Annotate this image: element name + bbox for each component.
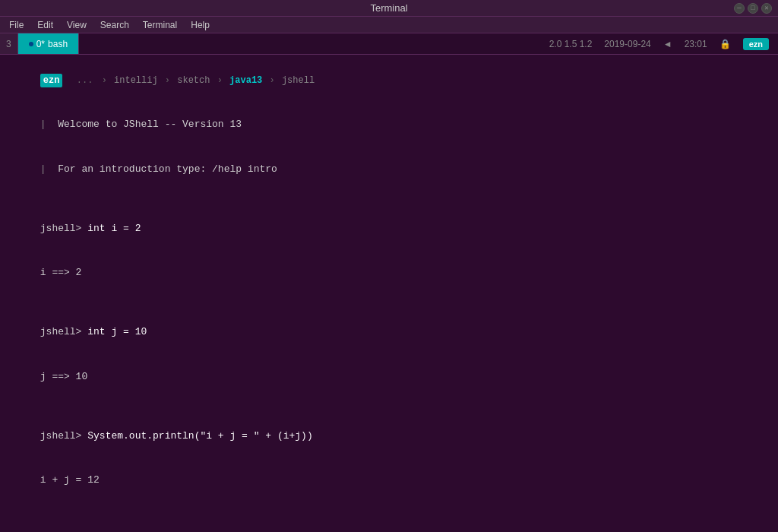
welcome-line-1: | Welcome to JShell -- Version 13	[5, 103, 773, 147]
minimize-button[interactable]: ─	[734, 3, 745, 14]
status-arrow: ◄	[663, 39, 672, 49]
menu-terminal[interactable]: Terminal	[137, 18, 183, 32]
status-username: ezn	[743, 38, 769, 50]
maximize-button[interactable]: □	[748, 3, 758, 14]
close-button[interactable]: ✕	[761, 3, 772, 14]
lock-icon: 🔒	[719, 39, 731, 49]
menu-bar: File Edit View Search Terminal Help	[0, 17, 778, 33]
output-sum: i + j = 12	[5, 458, 773, 503]
blank-3	[5, 399, 773, 414]
menu-help[interactable]: Help	[185, 18, 216, 32]
tab-number: 3	[0, 33, 18, 54]
window-controls[interactable]: ─ □ ✕	[734, 3, 772, 14]
blank-1	[5, 192, 773, 207]
tab-bar: 3 0* bash 2.0 1.5 1.2 2019-09-24 ◄ 23:01…	[0, 33, 778, 55]
menu-edit[interactable]: Edit	[31, 18, 59, 32]
active-tab[interactable]: 0* bash	[18, 33, 79, 54]
terminal-body[interactable]: ezn ... › intellij › sketch › java13 › j…	[0, 55, 778, 532]
tab-dot	[29, 42, 33, 46]
terminal-main[interactable]: ezn ... › intellij › sketch › java13 › j…	[0, 55, 778, 532]
status-date: 2019-09-24	[604, 39, 650, 49]
welcome-line-2: | For an introduction type: /help intro	[5, 147, 773, 192]
first-prompt-user: ezn	[40, 74, 63, 87]
menu-file[interactable]: File	[3, 18, 30, 32]
status-load-avg: 2.0 1.5 1.2	[549, 39, 593, 49]
status-time: 23:01	[685, 39, 707, 49]
blank-4	[5, 502, 773, 518]
status-bar: 2.0 1.5 1.2 2019-09-24 ◄ 23:01 🔒 ezn	[540, 33, 778, 55]
jshell-line-4: jshell> /exit	[5, 518, 773, 533]
menu-view[interactable]: View	[61, 18, 93, 32]
window-title: Terminal	[370, 2, 407, 14]
output-i: i ==> 2	[5, 251, 773, 296]
output-j: j ==> 10	[5, 354, 773, 399]
title-bar: Terminal ─ □ ✕	[0, 0, 778, 17]
jshell-line-3: jshell> System.out.println("i + j = " + …	[5, 413, 773, 458]
tab-dot-label: 0*	[36, 39, 45, 49]
tab-label: bash	[48, 39, 68, 49]
blank-2	[5, 295, 773, 310]
first-prompt-path: ... › intellij › sketch › java13 › jshel…	[64, 75, 315, 86]
first-prompt-line: ezn ... › intellij › sketch › java13 › j…	[5, 58, 773, 103]
menu-search[interactable]: Search	[94, 18, 135, 32]
jshell-line-2: jshell> int j = 10	[5, 310, 773, 355]
jshell-line-1: jshell> int i = 2	[5, 206, 773, 251]
